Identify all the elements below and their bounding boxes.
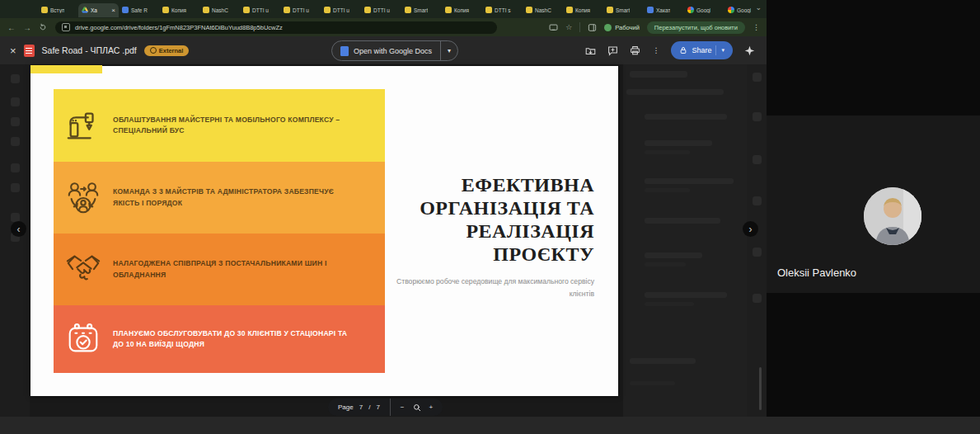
open-with-label: Open with Google Docs bbox=[354, 47, 432, 55]
share-button[interactable]: Share ▾ bbox=[671, 41, 733, 59]
file-info: × Safe Road - ЧПЛАС .pdf External bbox=[10, 36, 189, 64]
browser-window: ВступХа×Safe RКопияNashCDTTI uDTTI uDTTI… bbox=[0, 0, 767, 417]
tab-title: NashC bbox=[535, 7, 551, 13]
next-page-button[interactable]: › bbox=[743, 221, 758, 237]
page-total: 7 bbox=[376, 403, 379, 411]
browser-tab[interactable]: Safe R bbox=[119, 3, 159, 17]
dimmed-row bbox=[645, 292, 727, 298]
share-dropdown-icon[interactable]: ▾ bbox=[715, 45, 724, 55]
reload-icon[interactable] bbox=[39, 23, 47, 31]
slide-row-text: ПЛАНУЄМО ОБСЛУГОВУВАТИ ДО 30 КЛІЄНТІВ У … bbox=[113, 328, 372, 351]
dimmed-icon bbox=[11, 117, 20, 126]
page-current[interactable]: 7 bbox=[359, 403, 363, 411]
zoom-out-button[interactable]: − bbox=[401, 403, 405, 411]
relaunch-to-update-button[interactable]: Перезапустити, щоб оновити bbox=[647, 21, 745, 34]
more-options-icon[interactable]: ⋮ bbox=[652, 46, 659, 54]
add-to-drive-icon[interactable] bbox=[585, 45, 596, 56]
browser-tab[interactable]: Копия bbox=[159, 3, 199, 17]
zoom-in-button[interactable]: + bbox=[429, 403, 434, 411]
forward-icon[interactable]: → bbox=[23, 23, 31, 32]
browser-tab[interactable]: DTTI u bbox=[321, 3, 361, 17]
drive-favicon-icon bbox=[82, 7, 88, 13]
slide-subtitle: Створюємо робоче середовище для максимал… bbox=[396, 276, 594, 300]
dimmed-icon bbox=[11, 137, 20, 146]
back-icon[interactable]: ← bbox=[7, 23, 16, 32]
dimmed-icon bbox=[11, 163, 20, 172]
docs-favicon-icon bbox=[122, 7, 129, 13]
tab-close-icon[interactable]: × bbox=[111, 7, 115, 14]
browser-menu-icon[interactable]: ⋮ bbox=[753, 23, 760, 31]
tab-search-chevron-icon[interactable]: ⌄ bbox=[755, 3, 762, 12]
docs-favicon-icon bbox=[647, 7, 654, 13]
browser-tab[interactable]: NashC bbox=[199, 3, 240, 17]
pdf-page: ОБЛАШТУВАННЯ МАЙСТЕРНІ ТА МОБІЛЬНОГО КОМ… bbox=[30, 66, 618, 396]
tab-title: Smart bbox=[616, 7, 630, 13]
folder-favicon-icon bbox=[243, 7, 250, 13]
browser-tab[interactable]: Копия bbox=[563, 3, 603, 17]
browser-tab[interactable]: NashC bbox=[523, 3, 563, 17]
folder-favicon-icon bbox=[405, 7, 411, 13]
folder-favicon-icon bbox=[203, 7, 209, 13]
tab-title: NashC bbox=[212, 7, 228, 13]
browser-tab[interactable]: DTTI u bbox=[361, 3, 401, 17]
handshake-icon bbox=[54, 251, 113, 289]
browser-tab[interactable]: Копия bbox=[442, 3, 482, 17]
tab-title: Вступ bbox=[50, 7, 64, 13]
tab-strip: ВступХа×Safe RКопияNashCDTTI uDTTI uDTTI… bbox=[38, 2, 846, 18]
address-input[interactable]: drive.google.com/drive/folders/1gFmN823P… bbox=[55, 21, 497, 34]
tab-title: DTTI u bbox=[252, 7, 269, 13]
pdf-preview-header: × Safe Road - ЧПЛАС .pdf External Open w… bbox=[0, 36, 767, 64]
tab-title: DTTI s bbox=[495, 7, 511, 13]
browser-tab[interactable]: Вступ bbox=[38, 3, 78, 17]
google-docs-icon bbox=[340, 46, 349, 56]
profile-chip[interactable]: Рабочий bbox=[604, 24, 640, 31]
google-favicon-icon bbox=[728, 7, 734, 13]
open-with-google-docs-button[interactable]: Open with Google Docs ▾ bbox=[331, 40, 458, 61]
participant-video-tile[interactable]: Oleksii Pavlenko bbox=[767, 116, 980, 293]
dimmed-row bbox=[626, 89, 724, 95]
browser-tab[interactable]: DTTI u bbox=[240, 3, 280, 17]
print-icon[interactable] bbox=[630, 45, 640, 56]
tab-title: Smart bbox=[414, 7, 428, 13]
browser-tab[interactable]: Smart bbox=[401, 3, 442, 17]
slide-row-text: ОБЛАШТУВАННЯ МАЙСТЕРНІ ТА МОБІЛЬНОГО КОМ… bbox=[113, 115, 372, 137]
participant-name: Oleksii Pavlenko bbox=[777, 267, 856, 279]
open-with-main[interactable]: Open with Google Docs bbox=[332, 41, 440, 60]
side-panel-icon[interactable] bbox=[588, 23, 597, 32]
dimmed-row bbox=[645, 114, 727, 120]
add-comment-icon[interactable] bbox=[607, 45, 618, 56]
browser-tab[interactable]: Ха× bbox=[78, 3, 119, 17]
profile-name: Рабочий bbox=[615, 24, 640, 31]
dimmed-icon bbox=[11, 97, 20, 106]
cast-icon[interactable] bbox=[549, 23, 558, 32]
open-with-dropdown-icon[interactable]: ▾ bbox=[441, 47, 457, 54]
folder-favicon-icon bbox=[445, 7, 452, 13]
close-preview-icon[interactable]: × bbox=[10, 45, 16, 57]
tab-title: Хакат bbox=[656, 7, 670, 13]
site-info-icon[interactable] bbox=[62, 23, 70, 31]
team-icon bbox=[54, 179, 113, 217]
browser-tab[interactable]: Smart bbox=[603, 3, 644, 17]
page-indicator: Page 7 / 7 bbox=[328, 403, 390, 411]
share-label: Share bbox=[692, 46, 711, 54]
gemini-sparkle-icon[interactable] bbox=[744, 45, 755, 56]
browser-tab[interactable]: DTTI s bbox=[482, 3, 523, 17]
slide-headline: ЕФЕКТИВНА ОРГАНІЗАЦІЯ ТА РЕАЛІЗАЦІЯ ПРОЄ… bbox=[396, 173, 594, 300]
drive-file-list-dimmed bbox=[623, 64, 747, 417]
slide-row-text: КОМАНДА З 3 МАЙСТРІВ ТА АДМІНІСТРАТОРА З… bbox=[113, 186, 372, 209]
bookmark-star-icon[interactable]: ☆ bbox=[565, 23, 572, 31]
browser-tab[interactable]: Googl bbox=[684, 3, 724, 17]
slide-feature-row: КОМАНДА З 3 МАЙСТРІВ ТА АДМІНІСТРАТОРА З… bbox=[54, 162, 385, 234]
participant-panel: Oleksii Pavlenko bbox=[767, 0, 980, 434]
browser-tab[interactable]: Хакат bbox=[644, 3, 684, 17]
tab-title: DTTI u bbox=[333, 7, 349, 13]
dimmed-row bbox=[645, 218, 720, 224]
magnifier-icon[interactable] bbox=[413, 403, 421, 412]
page-separator: / bbox=[368, 403, 370, 411]
browser-tab[interactable]: DTTI u bbox=[280, 3, 321, 17]
scrollbar[interactable] bbox=[759, 367, 762, 410]
tab-title: Копия bbox=[575, 7, 590, 13]
tab-title: Safe R bbox=[131, 7, 148, 13]
previous-page-button[interactable]: ‹ bbox=[11, 221, 26, 237]
dimmed-row bbox=[630, 358, 696, 364]
